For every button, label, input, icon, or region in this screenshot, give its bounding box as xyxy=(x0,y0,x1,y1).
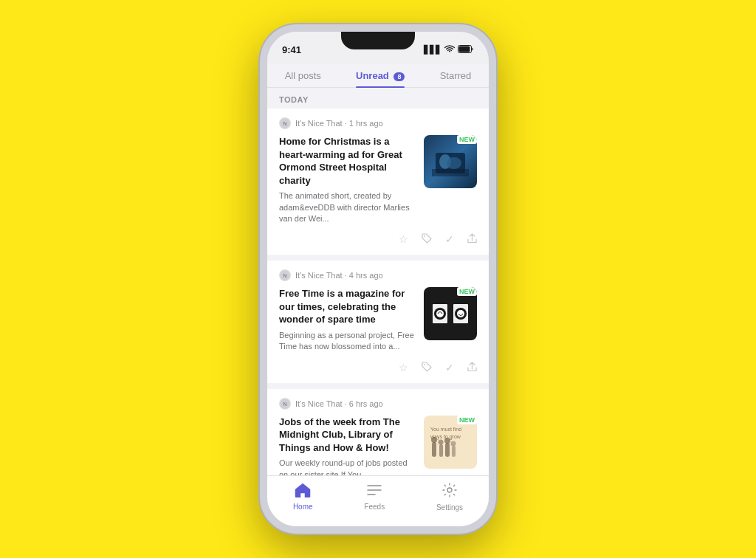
tab-all-posts[interactable]: All posts xyxy=(285,70,321,87)
source-name: It's Nice That · 6 hrs ago xyxy=(295,399,383,408)
wifi-icon xyxy=(444,45,455,55)
source-name: It's Nice That · 1 hrs ago xyxy=(295,119,383,128)
status-time: 9:41 xyxy=(282,44,301,55)
settings-icon xyxy=(441,482,458,502)
article-body: Jobs of the week from The Midnight Club,… xyxy=(279,416,477,475)
svg-rect-1 xyxy=(459,46,470,52)
notch xyxy=(341,32,415,49)
nav-home[interactable]: Home xyxy=(293,483,313,511)
bottom-nav: Home Feeds Settings xyxy=(267,475,489,526)
article-actions: ☆ ✓ xyxy=(279,229,477,252)
power-button xyxy=(495,135,496,172)
svg-point-24 xyxy=(431,437,437,443)
new-badge: NEW xyxy=(457,135,477,144)
source-icon: N xyxy=(279,117,291,129)
svg-text:You must find: You must find xyxy=(430,427,461,432)
signal-icon: ▋▋▋ xyxy=(424,45,441,55)
article-thumbnail: NEW xyxy=(424,287,477,340)
tab-unread[interactable]: Unread 8 xyxy=(356,70,405,87)
svg-point-16 xyxy=(457,310,464,317)
source-name: It's Nice That · 4 hrs ago xyxy=(295,271,383,280)
source-icon: N xyxy=(279,398,291,410)
article-text: Jobs of the week from The Midnight Club,… xyxy=(279,416,416,475)
tab-starred[interactable]: Starred xyxy=(440,70,472,87)
tag-action[interactable] xyxy=(422,362,432,374)
svg-point-6 xyxy=(447,157,461,169)
svg-text:N: N xyxy=(283,402,286,407)
article-text: Home for Christmas is a heart-warming ad… xyxy=(279,135,416,224)
article-thumbnail: NEW xyxy=(424,135,477,188)
phone-frame: 9:41 ▋▋▋ All post xyxy=(260,24,496,534)
svg-point-13 xyxy=(436,310,444,317)
share-action[interactable] xyxy=(467,233,477,246)
battery-icon xyxy=(458,45,474,55)
svg-point-8 xyxy=(424,235,425,237)
article-excerpt: Beginning as a personal project, Free Ti… xyxy=(279,330,416,353)
article-item: N It's Nice That · 4 hrs ago Free Time i… xyxy=(267,261,489,382)
svg-text:N: N xyxy=(283,121,286,126)
svg-text:N: N xyxy=(283,273,286,278)
share-action[interactable] xyxy=(467,362,477,374)
new-badge: NEW xyxy=(457,287,477,296)
svg-rect-7 xyxy=(432,169,469,176)
nav-settings[interactable]: Settings xyxy=(436,482,463,512)
feeds-label: Feeds xyxy=(364,503,385,511)
svg-point-17 xyxy=(424,364,425,365)
home-icon xyxy=(295,483,311,501)
svg-rect-23 xyxy=(432,442,436,457)
svg-point-26 xyxy=(439,439,444,444)
star-action[interactable]: ☆ xyxy=(399,362,408,374)
article-body: Home for Christmas is a heart-warming ad… xyxy=(279,135,477,224)
article-item: N It's Nice That · 1 hrs ago Home for Ch… xyxy=(267,108,489,255)
check-action[interactable]: ✓ xyxy=(445,233,454,246)
article-actions: ☆ ✓ xyxy=(279,357,477,380)
svg-point-30 xyxy=(451,441,456,446)
article-title: Home for Christmas is a heart-warming ad… xyxy=(279,135,416,187)
svg-point-28 xyxy=(444,438,450,444)
svg-rect-29 xyxy=(452,446,456,457)
article-meta: N It's Nice That · 1 hrs ago xyxy=(279,117,477,129)
article-meta: N It's Nice That · 6 hrs ago xyxy=(279,398,477,410)
svg-point-38 xyxy=(447,488,452,492)
status-bar: 9:41 ▋▋▋ xyxy=(267,32,489,64)
section-today: TODAY xyxy=(267,88,489,108)
article-excerpt: The animated short, created by adam&eveD… xyxy=(279,190,416,224)
tag-action[interactable] xyxy=(422,233,432,246)
nav-feeds[interactable]: Feeds xyxy=(364,483,385,511)
volume-buttons xyxy=(260,120,261,202)
article-text: Free Time is a magazine for our times, c… xyxy=(279,287,416,352)
star-action[interactable]: ☆ xyxy=(399,233,408,246)
article-body: Free Time is a magazine for our times, c… xyxy=(279,287,477,352)
article-item: N It's Nice That · 6 hrs ago Jobs of the… xyxy=(267,389,489,475)
svg-rect-25 xyxy=(439,444,443,457)
unread-badge: 8 xyxy=(394,72,405,81)
feeds-icon xyxy=(366,483,382,501)
article-list: TODAY N It's Nice That · 1 hrs ago Home … xyxy=(267,88,489,475)
new-badge: NEW xyxy=(457,416,477,424)
settings-label: Settings xyxy=(436,503,463,512)
article-thumbnail: You must find ways to grow xyxy=(424,416,477,469)
tabs-bar: All posts Unread 8 Starred xyxy=(267,64,489,88)
screen: All posts Unread 8 Starred TODAY N xyxy=(267,64,489,526)
check-action[interactable]: ✓ xyxy=(445,362,454,374)
article-meta: N It's Nice That · 4 hrs ago xyxy=(279,269,477,281)
source-icon: N xyxy=(279,269,291,281)
article-title: Free Time is a magazine for our times, c… xyxy=(279,287,416,326)
article-excerpt: Our weekly round-up of jobs posted on ou… xyxy=(279,458,416,475)
article-title: Jobs of the week from The Midnight Club,… xyxy=(279,416,416,455)
svg-rect-27 xyxy=(445,443,450,457)
status-icons: ▋▋▋ xyxy=(424,45,474,55)
home-label: Home xyxy=(293,503,313,511)
